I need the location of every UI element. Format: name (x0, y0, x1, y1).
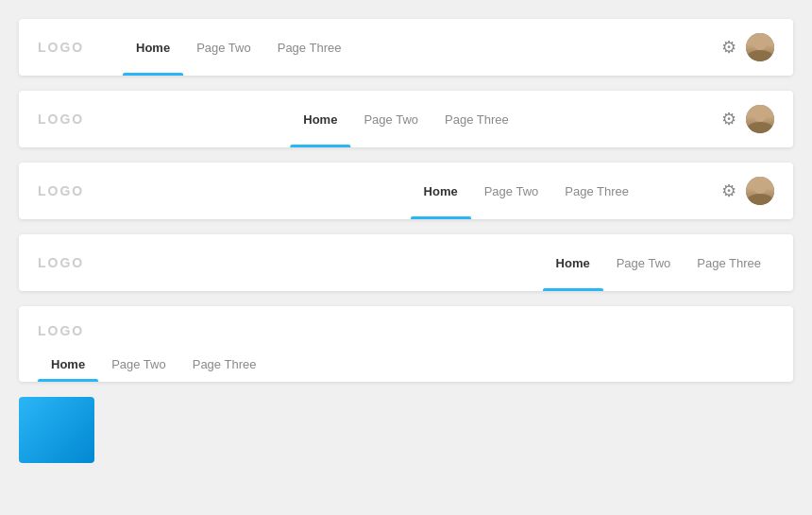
nav-page-two-4[interactable]: Page Two (603, 234, 685, 291)
logo-3: LOGO (38, 183, 113, 198)
logo-2: LOGO (38, 112, 113, 127)
nav-page-three-4[interactable]: Page Three (684, 234, 774, 291)
logo-1: LOGO (38, 40, 113, 55)
logo-5: LOGO (38, 316, 113, 346)
navbar-3: LOGO Home Page Two Page Three ⚙ (19, 163, 793, 219)
color-swatch (19, 397, 94, 463)
navbar-2: LOGO Home Page Two Page Three ⚙ (19, 91, 793, 147)
gear-icon-2[interactable]: ⚙ (721, 109, 736, 129)
nav-4: Home Page Two Page Three (543, 234, 774, 291)
gear-icon-3[interactable]: ⚙ (721, 180, 736, 201)
nav-page-two-2[interactable]: Page Two (350, 91, 431, 147)
nav-home-4[interactable]: Home (543, 234, 603, 291)
nav-page-two-3[interactable]: Page Two (471, 163, 552, 219)
nav-home-3[interactable]: Home (411, 163, 471, 219)
nav-2: Home Page Two Page Three (290, 91, 521, 147)
nav-home-1[interactable]: Home (123, 19, 183, 76)
avatar-3[interactable] (746, 177, 774, 205)
navbar-1: LOGO Home Page Two Page Three ⚙ (19, 19, 793, 76)
navbar-icons-1: ⚙ (721, 33, 774, 61)
avatar-2[interactable] (746, 105, 774, 133)
nav-page-two-1[interactable]: Page Two (183, 19, 264, 76)
logo-4: LOGO (38, 255, 113, 270)
nav-page-three-5[interactable]: Page Three (179, 346, 270, 382)
nav-home-5[interactable]: Home (38, 346, 98, 382)
nav-page-three-2[interactable]: Page Three (431, 91, 522, 147)
navbar-icons-3: ⚙ (721, 177, 774, 205)
avatar-1[interactable] (746, 33, 774, 61)
navbar-5: LOGO Home Page Two Page Three (19, 306, 793, 382)
nav-page-three-1[interactable]: Page Three (264, 19, 355, 76)
nav-3: Home Page Two Page Three (411, 163, 642, 219)
nav-5: Home Page Two Page Three (38, 346, 269, 382)
navbar-icons-2: ⚙ (721, 105, 774, 133)
nav-home-2[interactable]: Home (290, 91, 350, 147)
nav-page-two-5[interactable]: Page Two (98, 346, 179, 382)
nav-page-three-3[interactable]: Page Three (551, 163, 642, 219)
nav-1: Home Page Two Page Three (123, 19, 354, 76)
navbar-4: LOGO Home Page Two Page Three (19, 234, 793, 291)
gear-icon-1[interactable]: ⚙ (721, 37, 736, 58)
